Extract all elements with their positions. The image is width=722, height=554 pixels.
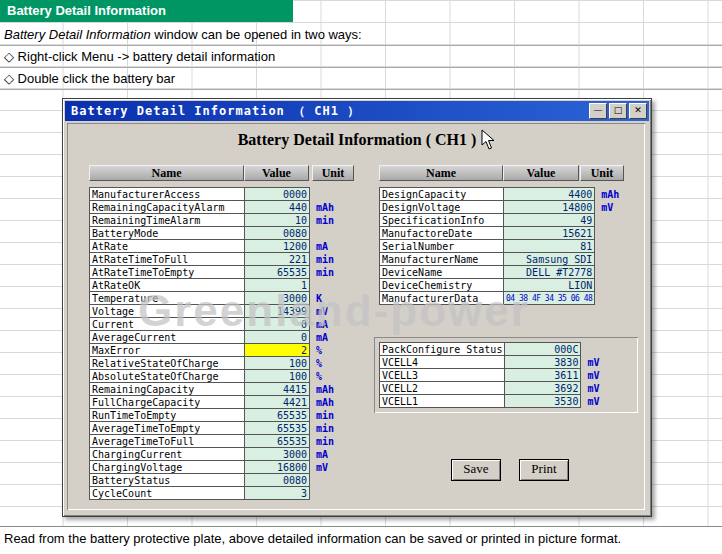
right-header-value: Value <box>503 165 579 181</box>
value-cell: 0 <box>245 331 310 344</box>
dialog-heading: Battery Detail Information ( CH1 ) <box>63 131 651 149</box>
unit-cell <box>310 487 355 500</box>
unit-cell <box>595 240 643 253</box>
name-cell: BatteryStatus <box>90 474 245 487</box>
value-cell: 0000 <box>245 188 310 201</box>
battery-info-table: DesignCapacity4400mAhDesignVoltage14800m… <box>379 187 643 305</box>
unit-cell: mV <box>310 461 355 474</box>
unit-cell: mV <box>581 356 629 369</box>
close-icon[interactable]: ✕ <box>629 103 647 119</box>
table-row: AtRateOK1 <box>90 279 355 292</box>
name-cell: CycleCount <box>90 487 245 500</box>
name-cell: ChargingCurrent <box>90 448 245 461</box>
value-cell: Samsung SDI <box>504 253 595 266</box>
value-cell: 4400 <box>504 188 595 201</box>
value-cell: 0 <box>245 318 310 331</box>
table-row: AbsoluteStateOfCharge100% <box>90 370 355 383</box>
value-cell: 3830 <box>505 356 581 369</box>
value-cell: 0080 <box>245 227 310 240</box>
value-cell: 16800 <box>245 461 310 474</box>
table-row: CycleCount3 <box>90 487 355 500</box>
name-cell: VCELL2 <box>380 382 505 395</box>
table-row: SpecificationInfo49 <box>380 214 643 227</box>
table-row: ManufacturerData04 38 4F 34 35 06 48 <box>380 292 643 305</box>
name-cell: SerialNumber <box>380 240 504 253</box>
unit-cell: mAh <box>595 188 643 201</box>
unit-cell <box>595 214 643 227</box>
value-cell: 100 <box>245 370 310 383</box>
table-row: VCELL13530mV <box>380 395 629 408</box>
unit-cell <box>595 266 643 279</box>
value-cell: 000C <box>505 343 581 356</box>
table-row: RelativeStateOfCharge100% <box>90 357 355 370</box>
name-cell: Temperature <box>90 292 245 305</box>
name-cell: BatteryMode <box>90 227 245 240</box>
minimize-icon[interactable]: — <box>589 103 607 119</box>
left-header-name: Name <box>89 165 244 181</box>
value-cell: 4415 <box>245 383 310 396</box>
dialog-titlebar[interactable]: Battery Detail Information （ CH1 ） — □ ✕ <box>65 101 649 121</box>
table-row: RemainingCapacityAlarm440mAh <box>90 201 355 214</box>
table-row: ChargingVoltage16800mV <box>90 461 355 474</box>
name-cell: VCELL3 <box>380 369 505 382</box>
table-row: MaxError2% <box>90 344 355 357</box>
name-cell: Current <box>90 318 245 331</box>
unit-cell: % <box>310 370 355 383</box>
table-row: ManufacturerNameSamsung SDI <box>380 253 643 266</box>
name-cell: ManufacturerName <box>380 253 504 266</box>
table-row: ChargingCurrent3000mA <box>90 448 355 461</box>
value-cell: 3692 <box>505 382 581 395</box>
value-cell: 81 <box>504 240 595 253</box>
value-cell: 1200 <box>245 240 310 253</box>
table-row: AtRateTimeToEmpty65535min <box>90 266 355 279</box>
value-cell: 221 <box>245 253 310 266</box>
name-cell: DeviceName <box>380 266 504 279</box>
table-row: DeviceChemistryLION <box>380 279 643 292</box>
unit-cell: mAh <box>310 201 355 214</box>
name-cell: RunTimeToEmpty <box>90 409 245 422</box>
unit-cell: mA <box>310 240 355 253</box>
value-cell: 65535 <box>245 409 310 422</box>
table-row: BatteryMode0080 <box>90 227 355 240</box>
intro-line: Battery Detail Information window can be… <box>0 24 722 46</box>
table-row: DesignVoltage14800mV <box>380 201 643 214</box>
name-cell: AtRateOK <box>90 279 245 292</box>
value-cell: 10 <box>245 214 310 227</box>
unit-cell <box>310 188 355 201</box>
name-cell: Voltage <box>90 305 245 318</box>
value-cell: 3 <box>245 487 310 500</box>
value-cell: 0080 <box>245 474 310 487</box>
print-button[interactable]: Print <box>519 459 569 481</box>
table-row: RemainingTimeAlarm10min <box>90 214 355 227</box>
unit-cell <box>595 253 643 266</box>
table-row: AtRateTimeToFull221min <box>90 253 355 266</box>
save-button[interactable]: Save <box>451 459 501 481</box>
value-cell: 440 <box>245 201 310 214</box>
name-cell: RemainingCapacityAlarm <box>90 201 245 214</box>
name-cell: AbsoluteStateOfCharge <box>90 370 245 383</box>
battery-detail-dialog: Battery Detail Information （ CH1 ） — □ ✕… <box>62 98 652 517</box>
table-row: ManufacturerAccess0000 <box>90 188 355 201</box>
table-row: SerialNumber81 <box>380 240 643 253</box>
name-cell: ChargingVoltage <box>90 461 245 474</box>
unit-cell: mV <box>581 369 629 382</box>
name-cell: VCELL1 <box>380 395 505 408</box>
table-row: Voltage14399mV <box>90 305 355 318</box>
mouse-cursor-icon <box>481 129 496 154</box>
name-cell: SpecificationInfo <box>380 214 504 227</box>
intro-italic-text: Battery Detail Information <box>4 27 151 42</box>
left-header-value: Value <box>244 165 309 181</box>
name-cell: RemainingTimeAlarm <box>90 214 245 227</box>
unit-cell: K <box>310 292 355 305</box>
name-cell: RelativeStateOfCharge <box>90 357 245 370</box>
table-row: FullChargeCapacity4421mAh <box>90 396 355 409</box>
value-cell: 04 38 4F 34 35 06 48 <box>504 292 595 305</box>
name-cell: AtRate <box>90 240 245 253</box>
left-header-unit: Unit <box>312 165 354 181</box>
maximize-icon[interactable]: □ <box>609 103 627 119</box>
name-cell: MaxError <box>90 344 245 357</box>
name-cell: FullChargeCapacity <box>90 396 245 409</box>
unit-cell <box>595 227 643 240</box>
name-cell: AverageTimeToFull <box>90 435 245 448</box>
name-cell: DesignVoltage <box>380 201 504 214</box>
